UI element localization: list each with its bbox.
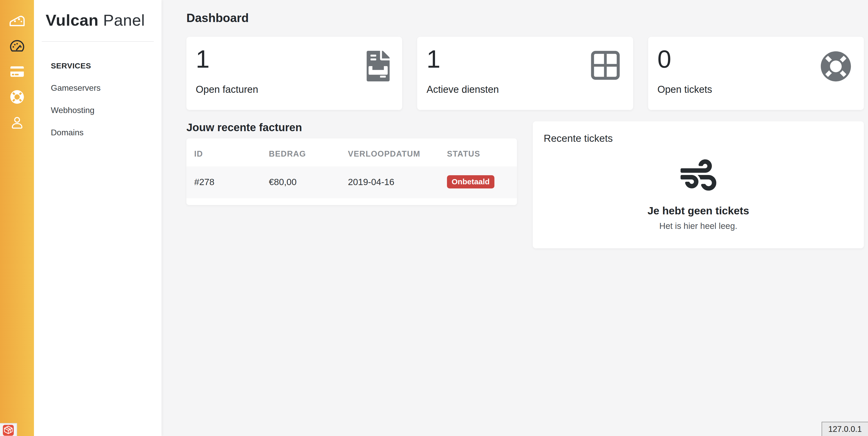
brand-name-bold: Vulcan	[45, 11, 98, 29]
status-tooltip: 127.0.0.1	[822, 422, 868, 436]
debugbar-toggle-button[interactable]	[0, 423, 17, 436]
laravel-logo-icon	[3, 425, 14, 436]
tickets-empty-state: Je hebt geen tickets Het is hier heel le…	[544, 157, 853, 231]
main-content: Dashboard 1 Open facturen 1 Actieve dien…	[161, 0, 868, 436]
second-row: Jouw recente facturen ID BEDRAG VERLOOPD…	[186, 121, 864, 248]
invoice-bedrag: €80,00	[261, 166, 340, 198]
life-ring-icon	[820, 51, 851, 83]
page-title: Dashboard	[186, 12, 864, 24]
nav-account[interactable]	[8, 115, 26, 131]
tickets-title: Recente tickets	[544, 133, 853, 144]
column-header-verloopdatum: VERLOOPDATUM	[340, 138, 439, 166]
column-header-status: STATUS	[439, 138, 517, 166]
invoices-table-card: ID BEDRAG VERLOOPDATUM STATUS #278 €80,0…	[186, 138, 517, 205]
sidebar-item-webhosting[interactable]: Webhosting	[51, 106, 161, 114]
column-header-bedrag: BEDRAG	[261, 138, 340, 166]
life-ring-icon	[10, 90, 24, 105]
invoice-id: #278	[186, 166, 261, 198]
nav-dashboard[interactable]	[8, 39, 26, 55]
user-icon	[10, 115, 24, 131]
stat-label: Actieve diensten	[427, 84, 620, 95]
tickets-empty-subtitle: Het is hier heel leeg.	[544, 221, 853, 231]
services-section-title: SERVICES	[51, 61, 161, 70]
stat-label: Open tickets	[657, 84, 851, 95]
dashboard-gauge-icon	[9, 39, 25, 55]
status-badge: Onbetaald	[447, 175, 494, 188]
invoice-row[interactable]: #278 €80,00 2019-04-16 Onbetaald	[186, 166, 517, 198]
brand-title[interactable]: Vulcan Panel	[45, 11, 161, 29]
credit-card-icon	[9, 66, 25, 79]
cheese-logo-icon	[8, 13, 26, 29]
table-header-row: ID BEDRAG VERLOOPDATUM STATUS	[186, 138, 517, 166]
column-header-id: ID	[186, 138, 261, 166]
tickets-empty-title: Je hebt geen tickets	[544, 205, 853, 217]
wind-icon	[544, 157, 853, 194]
invoices-section-title: Jouw recente facturen	[186, 121, 517, 134]
sidebar-divider	[42, 41, 154, 42]
brand-name-light: Panel	[103, 11, 145, 29]
stat-value: 1	[196, 46, 390, 71]
recent-invoices-section: Jouw recente facturen ID BEDRAG VERLOOPD…	[186, 121, 517, 205]
nav-sidebar: Vulcan Panel SERVICES Gameservers Webhos…	[34, 0, 161, 436]
nav-billing[interactable]	[8, 64, 26, 80]
stat-label: Open facturen	[196, 84, 390, 95]
brand-logo-button[interactable]	[8, 13, 26, 29]
sidebar-item-gameservers[interactable]: Gameservers	[51, 84, 161, 92]
recent-tickets-card: Recente tickets Je hebt geen tickets Het…	[533, 121, 864, 248]
nav-support[interactable]	[8, 90, 26, 105]
sidebar-item-domains[interactable]: Domains	[51, 128, 161, 136]
services-nav: Gameservers Webhosting Domains	[51, 84, 161, 136]
invoices-table: ID BEDRAG VERLOOPDATUM STATUS #278 €80,0…	[186, 138, 517, 198]
icon-sidebar	[0, 0, 34, 436]
stat-card-open-facturen: 1 Open facturen	[186, 37, 402, 110]
grid-icon	[590, 51, 621, 81]
invoice-verloopdatum: 2019-04-16	[340, 166, 439, 198]
stats-row: 1 Open facturen 1 Actieve diensten 0 Ope…	[186, 37, 864, 110]
file-invoice-icon	[367, 51, 390, 83]
stat-card-actieve-diensten: 1 Actieve diensten	[417, 37, 633, 110]
stat-card-open-tickets: 0 Open tickets	[648, 37, 864, 110]
